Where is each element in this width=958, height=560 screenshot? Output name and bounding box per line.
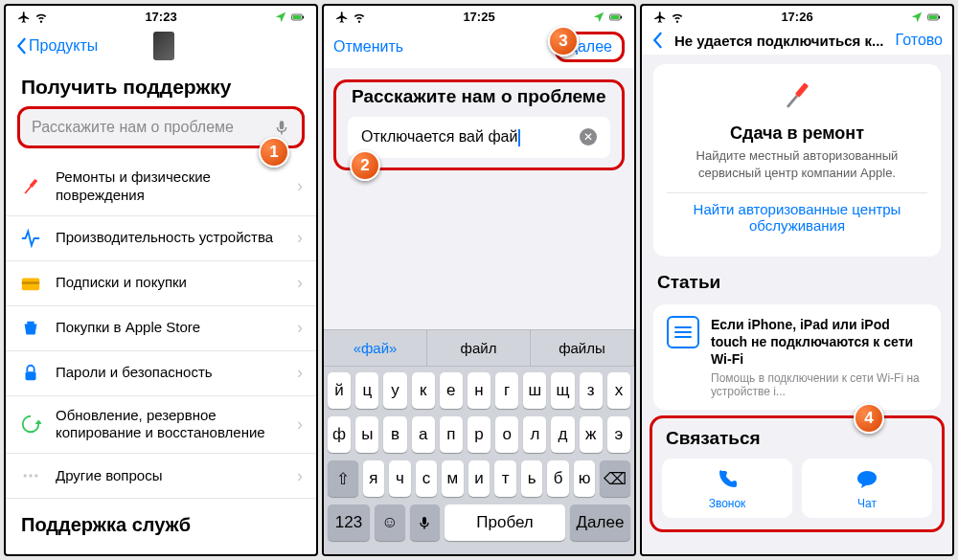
svg-rect-4: [24, 186, 31, 193]
key-letter[interactable]: у: [383, 372, 406, 409]
chat-label: Чат: [802, 497, 932, 510]
svg-rect-1: [293, 15, 302, 19]
svg-point-9: [29, 474, 32, 477]
airplane-icon: [653, 11, 667, 24]
chat-button[interactable]: Чат: [802, 459, 932, 518]
screen-1: 17:23 Продукты Получить поддержку Расска…: [4, 4, 318, 556]
list-item[interactable]: Производительность устройства›: [6, 216, 316, 261]
key-letter[interactable]: и: [468, 460, 490, 497]
key-letter[interactable]: ы: [355, 416, 378, 453]
battery-icon: [609, 11, 623, 24]
chat-icon: [855, 468, 878, 491]
call-button[interactable]: Звонок: [662, 459, 792, 518]
key-letter[interactable]: а: [412, 416, 435, 453]
key-letter[interactable]: д: [551, 416, 574, 453]
key-letter[interactable]: в: [383, 416, 406, 453]
key-emoji[interactable]: ☺: [375, 504, 404, 541]
suggestion[interactable]: файл: [427, 330, 531, 366]
key-letter[interactable]: м: [442, 460, 464, 497]
key-letter[interactable]: ч: [389, 460, 411, 497]
key-letter[interactable]: ш: [523, 372, 546, 409]
svg-point-8: [24, 474, 27, 477]
back-label: Продукты: [29, 37, 98, 55]
chevron-right-icon: ›: [297, 318, 303, 338]
key-letter[interactable]: г: [495, 372, 518, 409]
call-label: Звонок: [662, 497, 792, 510]
key-letter[interactable]: э: [607, 416, 630, 453]
key-letter[interactable]: е: [440, 372, 463, 409]
suggestion[interactable]: «фай»: [324, 330, 427, 366]
key-letter[interactable]: я: [363, 460, 385, 497]
nav-bar: Продукты: [6, 26, 316, 66]
key-letter[interactable]: ж: [580, 416, 603, 453]
svg-point-10: [34, 474, 37, 477]
key-letter[interactable]: п: [440, 416, 463, 453]
article-icon: [667, 316, 699, 348]
list-item[interactable]: Покупки в Apple Store›: [6, 306, 316, 351]
mic-icon[interactable]: [273, 119, 290, 136]
key-letter[interactable]: с: [416, 460, 438, 497]
list-item[interactable]: Другие вопросы›: [6, 454, 316, 499]
key-letter[interactable]: х: [607, 372, 630, 409]
battery-icon: [291, 11, 305, 24]
suggestion[interactable]: файлы: [531, 330, 634, 366]
contact-heading: Связаться: [656, 422, 938, 455]
chevron-right-icon: ›: [297, 414, 303, 435]
form-body: Расскажите нам о проблеме Отключается ва…: [324, 68, 634, 329]
key-backspace[interactable]: ⌫: [600, 460, 630, 497]
key-letter[interactable]: з: [580, 372, 603, 409]
key-letter[interactable]: й: [328, 372, 351, 409]
key-letter[interactable]: ь: [521, 460, 543, 497]
svg-rect-3: [30, 179, 38, 188]
topic-list: Ремонты и физические повреждения› Произв…: [6, 158, 316, 499]
section-heading: Поддержка служб: [6, 499, 316, 542]
search-placeholder: Расскажите нам о проблеме: [32, 119, 234, 136]
list-item[interactable]: Подписки и покупки›: [6, 261, 316, 306]
key-letter[interactable]: к: [412, 372, 435, 409]
key-letter[interactable]: ю: [574, 460, 596, 497]
back-button[interactable]: Продукты: [15, 37, 98, 55]
key-letter[interactable]: б: [547, 460, 569, 497]
done-button[interactable]: Готово: [896, 32, 943, 49]
page-title: Получить поддержку: [6, 66, 316, 106]
wifi-icon: [353, 11, 366, 24]
key-letter[interactable]: о: [495, 416, 518, 453]
device-thumbnail: [153, 32, 174, 60]
location-icon: [592, 11, 605, 24]
chevron-right-icon: ›: [297, 176, 303, 196]
key-123[interactable]: 123: [328, 504, 370, 541]
key-letter[interactable]: ц: [355, 372, 378, 409]
nav-bar: Не удается подключиться к... Готово: [642, 26, 952, 55]
svg-rect-17: [795, 82, 809, 98]
list-item[interactable]: Пароли и безопасность›: [6, 351, 316, 396]
svg-rect-18: [787, 95, 798, 108]
svg-rect-12: [611, 15, 620, 19]
article-item[interactable]: Если iPhone, iPad или iPod touch не подк…: [653, 304, 941, 410]
key-letter[interactable]: т: [494, 460, 516, 497]
step-badge-3: 3: [548, 26, 579, 56]
key-letter[interactable]: р: [468, 416, 490, 453]
key-letter[interactable]: л: [523, 416, 546, 453]
back-button[interactable]: [651, 32, 663, 49]
key-next[interactable]: Далее: [570, 504, 630, 541]
key-letter[interactable]: н: [468, 372, 490, 409]
key-letter[interactable]: щ: [551, 372, 574, 409]
svg-rect-6: [22, 281, 39, 284]
key-mic[interactable]: [410, 504, 440, 541]
key-shift[interactable]: ⇧: [328, 460, 358, 497]
status-time: 17:25: [463, 10, 494, 24]
card-title: Сдача в ремонт: [667, 123, 927, 144]
status-time: 17:23: [145, 10, 176, 24]
card-subtitle: Найдите местный авторизованный сервисный…: [667, 147, 927, 181]
airplane-icon: [335, 11, 349, 24]
key-letter[interactable]: ф: [328, 416, 351, 453]
list-item[interactable]: Обновление, резервное копирование и восс…: [6, 396, 316, 455]
keyboard: «фай» файл файлы йцукенгшщзх фывапролджэ…: [324, 329, 634, 554]
problem-input[interactable]: Отключается вай фай ✕: [348, 117, 610, 158]
screen-2: 17:25 Отменить 3 Далее Расскажите нам о …: [322, 4, 636, 556]
screwdriver-icon: [774, 73, 820, 119]
clear-button[interactable]: ✕: [580, 128, 597, 146]
cancel-button[interactable]: Отменить: [333, 38, 403, 56]
find-centers-link[interactable]: Найти авторизованные центры обслуживания: [667, 192, 927, 241]
key-space[interactable]: Пробел: [445, 504, 565, 541]
